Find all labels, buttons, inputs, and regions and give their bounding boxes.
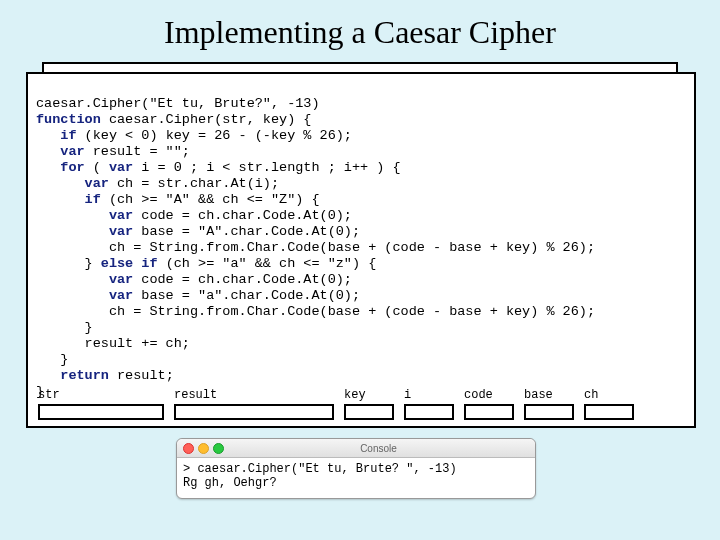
console-titlebar: Console xyxy=(177,439,535,458)
kw-for: for xyxy=(36,160,85,175)
var-ch: ch xyxy=(584,387,634,420)
var-label: base xyxy=(524,387,574,403)
var-label: str xyxy=(38,387,164,403)
page-title: Implementing a Caesar Cipher xyxy=(0,14,720,51)
var-box xyxy=(344,404,394,420)
console-window: Console > caesar.Cipher("Et tu, Brute? "… xyxy=(176,438,536,499)
kw-var: var xyxy=(109,160,133,175)
var-label: code xyxy=(464,387,514,403)
console-line: > caesar.Cipher("Et tu, Brute? ", -13) xyxy=(183,462,457,476)
zoom-icon[interactable] xyxy=(213,443,224,454)
var-i: i xyxy=(404,387,454,420)
var-str: str xyxy=(38,387,164,420)
var-box xyxy=(524,404,574,420)
var-label: key xyxy=(344,387,394,403)
var-code: code xyxy=(464,387,514,420)
var-label: i xyxy=(404,387,454,403)
var-label: ch xyxy=(584,387,634,403)
code-text: base = "a".char.Code.At(0); xyxy=(133,288,360,303)
kw-var: var xyxy=(36,272,133,287)
kw-elseif: else if xyxy=(101,256,158,271)
var-label: result xyxy=(174,387,334,403)
code-text: } xyxy=(36,320,93,335)
code-text: result = ""; xyxy=(85,144,190,159)
code-text: caesar.Cipher(str, key) { xyxy=(101,112,312,127)
console-output: Rg gh, Oehgr? xyxy=(183,476,277,490)
code-text: i = 0 ; i < str.length ; i++ ) { xyxy=(133,160,400,175)
kw-var: var xyxy=(36,288,133,303)
code-text: (key < 0) key = 26 - (-key % 26); xyxy=(77,128,352,143)
code-text: code = ch.char.Code.At(0); xyxy=(133,272,352,287)
kw-return: return xyxy=(36,368,109,383)
var-box xyxy=(174,404,334,420)
kw-var: var xyxy=(36,144,85,159)
code-text: base = "A".char.Code.At(0); xyxy=(133,224,360,239)
var-key: key xyxy=(344,387,394,420)
code-text: ch = String.from.Char.Code(base + (code … xyxy=(36,240,595,255)
kw-if: if xyxy=(36,128,77,143)
code-text: result; xyxy=(109,368,174,383)
code-text: ch = str.char.At(i); xyxy=(109,176,279,191)
variable-tracker-row: strresultkeyicodebasech xyxy=(38,387,684,420)
kw-if: if xyxy=(36,192,101,207)
var-box xyxy=(38,404,164,420)
console-title: Console xyxy=(228,443,529,454)
code-text: code = ch.char.Code.At(0); xyxy=(133,208,352,223)
code-text: (ch >= "a" && ch <= "z") { xyxy=(158,256,377,271)
var-box xyxy=(584,404,634,420)
close-icon[interactable] xyxy=(183,443,194,454)
code-listing: caesar.Cipher("Et tu, Brute?", -13) func… xyxy=(26,72,696,428)
kw-var: var xyxy=(36,224,133,239)
console-body: > caesar.Cipher("Et tu, Brute? ", -13) R… xyxy=(177,458,535,498)
kw-var: var xyxy=(36,208,133,223)
var-box xyxy=(464,404,514,420)
code-text: ch = String.from.Char.Code(base + (code … xyxy=(36,304,595,319)
code-call: caesar.Cipher("Et tu, Brute?", -13) xyxy=(36,96,320,111)
code-text: result += ch; xyxy=(36,336,190,351)
var-result: result xyxy=(174,387,334,420)
code-text: } xyxy=(36,352,68,367)
code-text: ( xyxy=(85,160,109,175)
minimize-icon[interactable] xyxy=(198,443,209,454)
kw-function: function xyxy=(36,112,101,127)
var-base: base xyxy=(524,387,574,420)
code-text: (ch >= "A" && ch <= "Z") { xyxy=(101,192,320,207)
kw-var: var xyxy=(36,176,109,191)
code-text: } xyxy=(36,256,101,271)
var-box xyxy=(404,404,454,420)
